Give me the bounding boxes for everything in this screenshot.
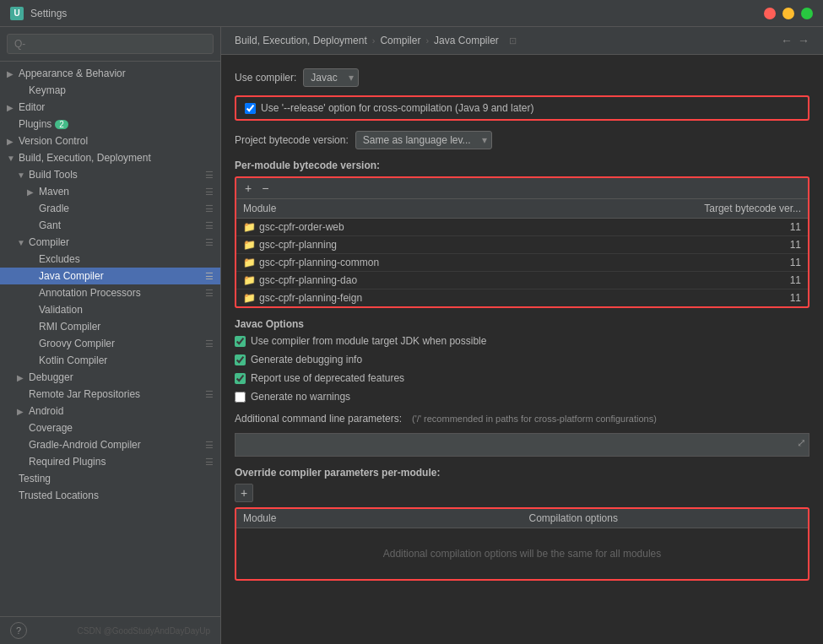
remove-module-button[interactable]: − <box>258 181 272 195</box>
compiler-select[interactable]: Javac <box>303 68 359 87</box>
sidebar-item-annotation-processors[interactable]: Annotation Processors ☰ <box>0 284 220 301</box>
sidebar-item-gradle[interactable]: Gradle ☰ <box>0 200 220 217</box>
sidebar-item-trusted-locations[interactable]: Trusted Locations <box>0 487 220 504</box>
javac-option-checkbox-1[interactable] <box>235 354 246 365</box>
override-table-container: Module Compilation options Additional co… <box>235 507 809 581</box>
table-row: 📁gsc-cpfr-planning 11 <box>236 236 808 254</box>
sidebar-item-label: Debugger <box>29 371 73 383</box>
col-module: Module <box>236 199 673 219</box>
table-row: 📁gsc-cpfr-planning-common 11 <box>236 254 808 272</box>
javac-option-checkbox-0[interactable] <box>235 336 246 347</box>
sidebar-item-build-exec-deploy[interactable]: ▼ Build, Execution, Deployment <box>0 149 220 166</box>
main-content: Build, Execution, Deployment › Compiler … <box>221 27 823 644</box>
sidebar-item-label: Build Tools <box>29 169 78 181</box>
javac-option-label-3: Generate no warnings <box>251 391 350 403</box>
sidebar-item-gradle-android[interactable]: Gradle-Android Compiler ☰ <box>0 436 220 453</box>
forward-button[interactable]: → <box>798 34 809 47</box>
module-version: 11 <box>673 254 808 272</box>
sidebar-item-android[interactable]: ▶ Android <box>0 403 220 419</box>
help-button[interactable]: ? <box>10 622 27 639</box>
page-icon: ☰ <box>205 338 214 349</box>
add-override-button[interactable]: + <box>235 484 253 502</box>
sidebar-item-build-tools[interactable]: ▼ Build Tools ☰ <box>0 166 220 183</box>
module-table-toolbar: + − <box>236 178 808 199</box>
sidebar-item-label: Testing <box>19 473 51 484</box>
sidebar-bottom: ? CSDN @GoodStudyAndDayDayUp <box>0 616 220 644</box>
additional-cmd-label: Additional command line parameters: <box>235 413 402 425</box>
plugins-badge: 2 <box>55 120 68 129</box>
additional-cmd-input-wrapper: ⤢ <box>235 433 809 457</box>
breadcrumb-sep-1: › <box>372 35 376 46</box>
expand-button[interactable]: ⤢ <box>797 436 806 449</box>
sidebar-item-testing[interactable]: Testing <box>0 470 220 487</box>
override-table: Module Compilation options Additional co… <box>236 509 808 579</box>
sidebar-item-compiler[interactable]: ▼ Compiler ☰ <box>0 234 220 251</box>
breadcrumb-icon: ⊡ <box>509 35 517 46</box>
sidebar-item-label: Coverage <box>29 422 73 434</box>
sidebar-item-coverage[interactable]: Coverage <box>0 419 220 436</box>
sidebar-item-label: RMI Compiler <box>39 321 100 333</box>
javac-options-container: Use compiler from module target JDK when… <box>235 335 809 403</box>
sidebar-item-label: Appearance & Behavior <box>19 68 126 79</box>
sidebar-item-version-control[interactable]: ▶ Version Control <box>0 133 220 149</box>
expand-arrow: ▶ <box>27 187 37 197</box>
sidebar-item-label: Required Plugins <box>29 456 106 468</box>
sidebar-item-label: Annotation Processors <box>39 287 141 299</box>
sidebar-item-label: Maven <box>39 186 69 198</box>
sidebar-item-validation[interactable]: Validation <box>0 301 220 318</box>
minimize-btn[interactable] <box>782 8 794 19</box>
sidebar-item-label: Gradle <box>39 203 69 214</box>
sidebar-item-gant[interactable]: Gant ☰ <box>0 217 220 234</box>
sidebar-item-editor[interactable]: ▶ Editor <box>0 99 220 116</box>
module-name: 📁gsc-cpfr-planning-feign <box>236 290 673 307</box>
sidebar-item-label: Kotlin Compiler <box>39 354 107 366</box>
sidebar-item-groovy-compiler[interactable]: Groovy Compiler ☰ <box>0 335 220 352</box>
back-button[interactable]: ← <box>781 34 793 47</box>
sidebar: ▶ Appearance & Behavior Keymap ▶ Editor … <box>0 27 221 644</box>
sidebar-item-keymap[interactable]: Keymap <box>0 82 220 99</box>
additional-cmd-input[interactable] <box>235 433 809 457</box>
javac-option-row: Generate no warnings <box>235 391 809 403</box>
expand-arrow: ▼ <box>7 154 17 163</box>
page-icon: ☰ <box>205 203 214 214</box>
module-version: 11 <box>673 236 808 254</box>
sidebar-item-required-plugins[interactable]: Required Plugins ☰ <box>0 453 220 470</box>
javac-option-checkbox-2[interactable] <box>235 373 246 384</box>
expand-arrow: ▶ <box>17 373 27 382</box>
module-version: 11 <box>673 272 808 290</box>
breadcrumb-part-2: Compiler <box>380 35 420 46</box>
bytecode-select[interactable]: Same as language lev... <box>355 131 492 149</box>
page-icon: ☰ <box>205 440 214 451</box>
sidebar-item-maven[interactable]: ▶ Maven ☰ <box>0 183 220 200</box>
expand-arrow: ▶ <box>7 69 17 78</box>
sidebar-item-label: Editor <box>19 101 45 113</box>
module-version: 11 <box>673 290 808 307</box>
table-row: 📁gsc-cpfr-planning-dao 11 <box>236 272 808 290</box>
breadcrumb-nav: ← → <box>781 34 809 47</box>
maximize-btn[interactable] <box>801 8 813 19</box>
sidebar-item-java-compiler[interactable]: Java Compiler ☰ <box>0 268 220 284</box>
sidebar-item-excludes[interactable]: Excludes <box>0 251 220 268</box>
table-row: 📁gsc-cpfr-planning-feign 11 <box>236 290 808 307</box>
add-module-button[interactable]: + <box>241 181 255 195</box>
sidebar-item-kotlin-compiler[interactable]: Kotlin Compiler <box>0 352 220 369</box>
release-option-checkbox[interactable] <box>245 103 256 114</box>
sidebar-item-plugins[interactable]: Plugins 2 <box>0 116 220 133</box>
sidebar-item-appearance[interactable]: ▶ Appearance & Behavior <box>0 65 220 82</box>
javac-option-row: Generate debugging info <box>235 354 809 365</box>
sidebar-item-remote-jar[interactable]: Remote Jar Repositories ☰ <box>0 386 220 403</box>
module-name: 📁gsc-cpfr-planning-common <box>236 254 673 272</box>
close-btn[interactable] <box>764 8 776 19</box>
search-input[interactable] <box>7 34 214 54</box>
sidebar-item-debugger[interactable]: ▶ Debugger <box>0 369 220 386</box>
sidebar-item-rmi-compiler[interactable]: RMI Compiler <box>0 318 220 335</box>
page-icon: ☰ <box>205 187 214 198</box>
javac-option-row: Use compiler from module target JDK when… <box>235 335 809 347</box>
javac-option-label-2: Report use of deprecated features <box>251 372 404 384</box>
expand-arrow: ▶ <box>7 137 17 146</box>
javac-option-checkbox-3[interactable] <box>235 392 246 403</box>
search-bar <box>0 27 220 62</box>
release-option-label: Use '--release' option for cross-compila… <box>261 102 533 114</box>
javac-option-row: Report use of deprecated features <box>235 372 809 384</box>
sidebar-item-label: Keymap <box>29 84 66 96</box>
